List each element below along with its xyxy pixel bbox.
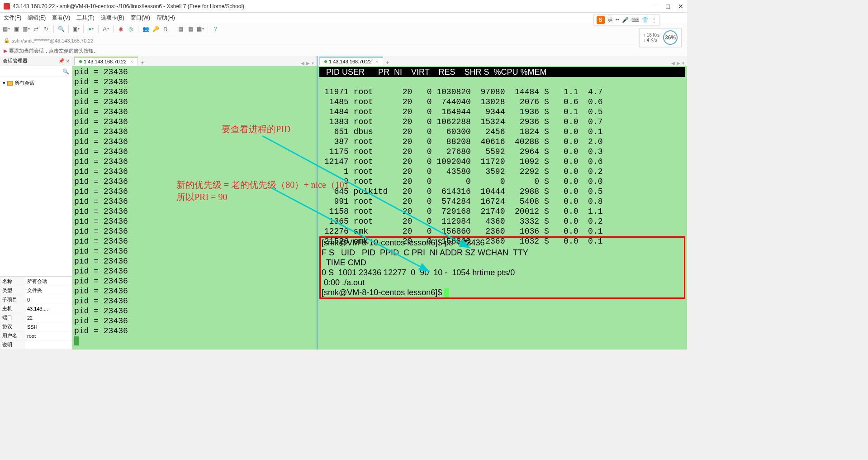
prop-row: 名称所有会话 — [0, 277, 72, 286]
lock-icon: 🔒 — [4, 38, 10, 43]
prop-value: 22 — [25, 313, 72, 322]
layout-icon[interactable]: ▦ — [197, 25, 204, 33]
address-bar[interactable]: 🔒 ssh://smk:********@43.143.168.70:22 — [0, 35, 687, 46]
open-icon[interactable]: ▣ — [13, 25, 20, 33]
tab-close-icon[interactable]: × — [375, 59, 378, 64]
new-session-icon[interactable]: ▤ — [3, 25, 10, 33]
tab-session-2[interactable]: 1 43.143.168.70:22 × — [319, 57, 383, 66]
session-manager-sidebar: 会话管理器 📌 × 🔍 ▾ 所有会话 名称所有会话类型文件夹子项目0主机43.1… — [0, 56, 72, 350]
tree-node-all-sessions[interactable]: ▾ 所有会话 — [3, 79, 69, 87]
reconnect-icon[interactable]: ↻ — [43, 25, 50, 33]
ime-indicator[interactable]: S 英 •• 🎤 ⌨ 👕 ⋮ — [593, 14, 660, 25]
terminal-left[interactable]: pid = 23436 pid = 23436 pid = 23436 pid … — [72, 66, 317, 350]
prop-key: 子项目 — [0, 295, 25, 304]
ime-apps-icon: 👕 — [642, 17, 649, 23]
terminal-panes: 1 43.143.168.70:22 × + ◀▶▾ pid = 23436 p… — [72, 56, 687, 350]
menu-edit[interactable]: 编辑(E) — [28, 14, 46, 22]
globe-icon[interactable]: ● — [87, 25, 95, 33]
prop-key: 名称 — [0, 277, 25, 286]
flag-icon: ▶ — [4, 48, 7, 54]
net-monitor[interactable]: ↑ 18 K/s ↓ 4 K/s 36% — [639, 28, 682, 47]
tab-add-button[interactable]: + — [383, 59, 392, 66]
menu-cards[interactable]: 选项卡(B) — [101, 14, 124, 22]
tab-label: 1 43.143.168.70:22 — [84, 59, 127, 64]
folder-icon[interactable]: ▦ — [187, 25, 194, 33]
prop-row: 类型文件夹 — [0, 286, 72, 295]
prop-key: 端口 — [0, 313, 25, 322]
titlebar: 43.143.168.70:22 - smk@VM-8-10-centos:~/… — [0, 0, 687, 13]
tab-bar-right: 1 43.143.168.70:22 × + ◀▶▾ — [318, 56, 687, 66]
tab-prev-icon[interactable]: ◀ — [301, 61, 304, 66]
tab-label: 1 43.143.168.70:22 — [329, 59, 372, 64]
terminal-right[interactable]: PID USER PR NI VIRT RES SHR S %CPU %MEM … — [318, 66, 687, 350]
prop-value: 0 — [25, 295, 72, 304]
users-icon[interactable]: 👥 — [142, 25, 149, 33]
folder-icon — [7, 81, 13, 86]
tab-bar-left: 1 43.143.168.70:22 × + ◀▶▾ — [72, 56, 317, 66]
prop-key: 协议 — [0, 322, 25, 331]
prop-value — [25, 340, 72, 350]
sidebar-search[interactable]: 🔍 — [0, 66, 72, 77]
close-button[interactable]: ✕ — [678, 3, 683, 10]
tab-next-icon[interactable]: ▶ — [677, 61, 680, 66]
menu-view[interactable]: 查看(V) — [52, 14, 70, 22]
prop-key: 主机 — [0, 304, 25, 313]
prop-row: 子项目0 — [0, 295, 72, 304]
key-icon[interactable]: 🔑 — [152, 25, 159, 33]
search-icon[interactable]: 🔍 — [57, 25, 65, 33]
ime-mic-icon: 🎤 — [622, 17, 629, 23]
ime-more-icon: ⋮ — [651, 17, 657, 23]
tab-add-button[interactable]: + — [138, 59, 147, 66]
minimize-button[interactable]: — — [652, 3, 658, 10]
prop-value: root — [25, 331, 72, 340]
window-title: 43.143.168.70:22 - smk@VM-8-10-centos:~/… — [13, 3, 652, 10]
hint-bar: ▶ 要添加当前会话，点击左侧的箭头按钮。 — [0, 46, 687, 56]
terminal-pane-left: 1 43.143.168.70:22 × + ◀▶▾ pid = 23436 p… — [72, 56, 317, 350]
prop-row: 主机43.143.... — [0, 304, 72, 313]
net-down: ↓ 4 K/s — [643, 38, 659, 43]
hint-text: 要添加当前会话，点击左侧的箭头按钮。 — [9, 48, 99, 54]
action2-icon[interactable]: ◎ — [127, 25, 134, 33]
tab-close-icon[interactable]: × — [130, 59, 133, 64]
connect-icon[interactable]: ⇄ — [33, 25, 40, 33]
prop-value: SSH — [25, 322, 72, 331]
prop-value: 文件夹 — [25, 286, 72, 295]
sidebar-close-icon[interactable]: × — [66, 58, 69, 64]
help-icon[interactable]: ? — [212, 25, 219, 33]
menu-help[interactable]: 帮助(H) — [157, 14, 175, 22]
ime-dots-icon: •• — [616, 17, 619, 23]
maximize-button[interactable]: □ — [666, 3, 670, 10]
main-area: 会话管理器 📌 × 🔍 ▾ 所有会话 名称所有会话类型文件夹子项目0主机43.1… — [0, 56, 687, 350]
session-properties: 名称所有会话类型文件夹子项目0主机43.143....端口22协议SSH用户名r… — [0, 276, 72, 350]
session-tree[interactable]: ▾ 所有会话 — [0, 77, 72, 276]
sidebar-header: 会话管理器 📌 × — [0, 56, 72, 66]
menu-file[interactable]: 文件(F) — [4, 14, 21, 22]
action1-icon[interactable]: ◉ — [117, 25, 124, 33]
window-icon[interactable]: ▥ — [23, 25, 30, 33]
node-label: 所有会话 — [14, 80, 34, 86]
tab-menu-icon[interactable]: ▾ — [682, 61, 684, 66]
net-up: ↑ 18 K/s — [643, 33, 659, 38]
terminal-pane-right: 1 43.143.168.70:22 × + ◀▶▾ PID USER PR N… — [317, 56, 687, 350]
tab-next-icon[interactable]: ▶ — [306, 61, 310, 66]
tab-menu-icon[interactable]: ▾ — [312, 61, 314, 66]
copy-icon[interactable]: ▣ — [72, 25, 80, 33]
tab-session-1[interactable]: 1 43.143.168.70:22 × — [74, 57, 138, 66]
prop-value: 43.143.... — [25, 304, 72, 313]
transfer-icon[interactable]: ⇅ — [162, 25, 169, 33]
script-icon[interactable]: ▤ — [177, 25, 184, 33]
tab-prev-icon[interactable]: ◀ — [671, 61, 675, 66]
menu-window[interactable]: 窗口(W) — [131, 14, 150, 22]
font-icon[interactable]: A — [102, 25, 109, 33]
prop-row: 端口22 — [0, 313, 72, 322]
status-dot-icon — [79, 60, 82, 63]
prop-row: 说明 — [0, 340, 72, 350]
toolbar: ▤ ▣ ▥ ⇄ ↻ 🔍 ▣ ● A ◉ ◎ 👥 🔑 ⇅ ▤ ▦ ▦ ? — [0, 23, 687, 35]
ime-kbd-icon: ⌨ — [631, 17, 639, 23]
menubar: 文件(F) 编辑(E) 查看(V) 工具(T) 选项卡(B) 窗口(W) 帮助(… — [0, 13, 687, 23]
menu-tools[interactable]: 工具(T) — [76, 14, 94, 22]
sidebar-pin-icon[interactable]: 📌 — [58, 58, 65, 64]
search-icon: 🔍 — [62, 68, 69, 75]
ime-badge-icon: S — [597, 16, 605, 24]
prop-key: 说明 — [0, 340, 25, 350]
